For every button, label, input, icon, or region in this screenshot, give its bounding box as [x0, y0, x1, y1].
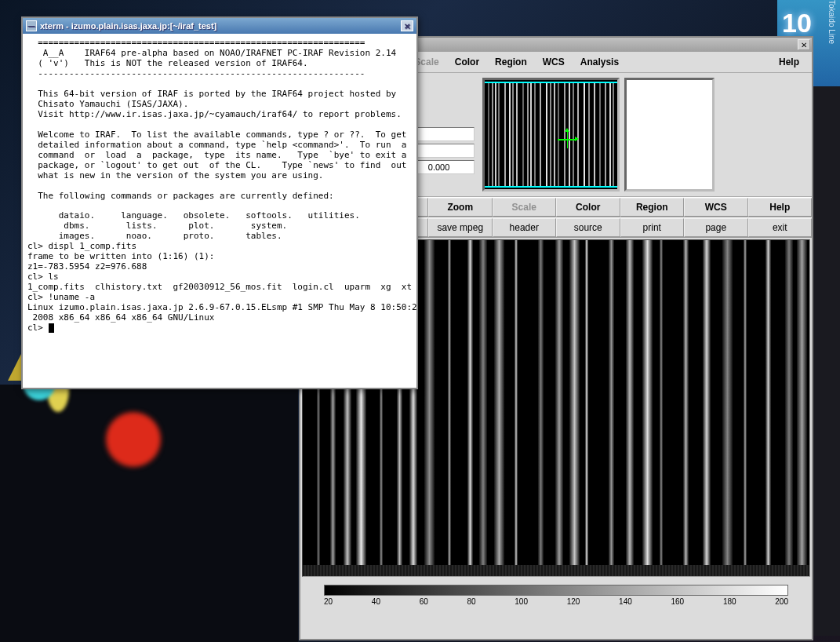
btn-scale[interactable]: Scale	[493, 198, 557, 217]
colorbar-tick: 40	[372, 597, 380, 606]
btn-zoom[interactable]: Zoom	[428, 198, 493, 217]
btn-source[interactable]: source	[556, 218, 620, 237]
btn-wcs[interactable]: WCS	[684, 198, 748, 217]
colorbar-tick: 200	[775, 597, 788, 606]
btn-page[interactable]: page	[684, 218, 748, 237]
menu-wcs[interactable]: WCS	[535, 55, 573, 69]
menu-analysis[interactable]: Analysis	[573, 55, 627, 69]
menu-help[interactable]: Help	[771, 55, 807, 69]
close-icon[interactable]: ✕	[401, 20, 413, 31]
xterm-terminal[interactable]: ========================================…	[23, 34, 416, 388]
btn-help[interactable]: Help	[748, 198, 813, 217]
colorbar-tick: 180	[723, 597, 736, 606]
colorbar-area: 20406080100120140160180200	[300, 578, 812, 609]
colorbar[interactable]	[324, 585, 788, 596]
btn-savempeg[interactable]: save mpeg	[428, 218, 493, 237]
xterm-titlebar[interactable]: xterm - izumo.plain.isas.jaxa.jp:[~/iraf…	[23, 18, 416, 34]
colorbar-tick: 160	[671, 597, 684, 606]
colorbar-tick: 20	[324, 597, 333, 606]
colorbar-tick: 60	[420, 597, 428, 606]
sysmenu-icon[interactable]	[26, 20, 37, 31]
bg-glow-red	[106, 412, 161, 467]
btn-exit[interactable]: exit	[748, 218, 813, 237]
xterm-title-text: xterm - izumo.plain.isas.jaxa.jp:[~/iraf…	[40, 21, 216, 31]
bg-sign-text: Tokaido Line	[827, 0, 835, 44]
cursor-icon	[49, 323, 54, 333]
btn-print[interactable]: print	[620, 218, 685, 237]
colorbar-tick: 100	[515, 597, 528, 606]
ds9-panner[interactable]	[482, 78, 620, 192]
colorbar-tick: 80	[467, 597, 475, 606]
close-icon[interactable]: ✕	[798, 39, 810, 50]
colorbar-tick: 140	[619, 597, 632, 606]
ds9-magnifier	[624, 78, 715, 192]
menu-color[interactable]: Color	[447, 55, 487, 69]
btn-region[interactable]: Region	[620, 198, 685, 217]
btn-color[interactable]: Color	[556, 198, 620, 217]
terminal-text: ========================================…	[27, 38, 416, 333]
btn-header[interactable]: header	[493, 218, 557, 237]
xterm-window: xterm - izumo.plain.isas.jaxa.jp:[~/iraf…	[21, 16, 418, 389]
menu-region[interactable]: Region	[487, 55, 535, 69]
colorbar-tick: 120	[567, 597, 580, 606]
image-noise	[303, 565, 809, 576]
colorbar-ticks: 20406080100120140160180200	[324, 596, 788, 606]
